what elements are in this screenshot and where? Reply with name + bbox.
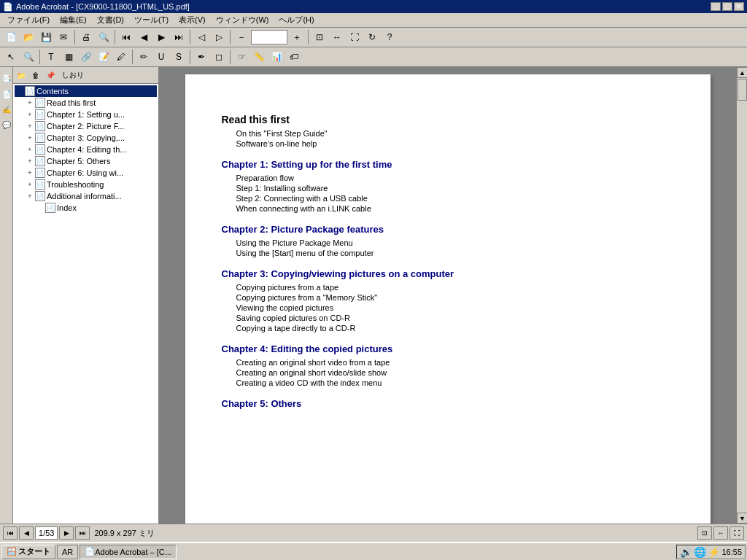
tree-item-ch3[interactable]: + 📄 Chapter 3: Copying,... xyxy=(15,132,157,144)
save-button[interactable]: 💾 xyxy=(38,29,54,45)
next-page-button[interactable]: ▶ xyxy=(153,29,169,45)
toc-item-orig-slideshow[interactable]: Creating an original short video/slide s… xyxy=(222,368,674,378)
menu-edit[interactable]: 編集(E) xyxy=(55,13,91,27)
toc-item-prep-flow[interactable]: Preparation flow xyxy=(222,173,674,183)
prev-page-button[interactable]: ◀ xyxy=(136,29,152,45)
status-btn-6[interactable]: ↔ xyxy=(713,526,728,540)
note-button[interactable]: 📝 xyxy=(96,49,112,65)
touch-button[interactable]: ☞ xyxy=(233,49,249,65)
sidebar-btn-3[interactable]: 📌 xyxy=(44,69,57,82)
draw-button[interactable]: ✒ xyxy=(193,49,209,65)
menu-tools[interactable]: ツール(T) xyxy=(130,13,173,27)
last-page-status-btn[interactable]: ⏭ xyxy=(75,526,90,540)
sidebar-btn-1[interactable]: 📁 xyxy=(15,69,28,82)
status-btn-7[interactable]: ⛶ xyxy=(729,526,744,540)
toc-item-copy-tape[interactable]: Copying pictures from a tape xyxy=(222,282,674,292)
taskbar-item-ar[interactable]: AR xyxy=(57,545,78,559)
help-button[interactable]: ? xyxy=(382,29,398,45)
full-screen-button[interactable]: ⛶ xyxy=(347,29,363,45)
text-select-button[interactable]: T xyxy=(43,49,59,65)
toc-item-start-menu[interactable]: Using the [Start] menu of the computer xyxy=(222,248,674,258)
link-button[interactable]: 🔗 xyxy=(78,49,94,65)
rotate-button[interactable]: ↻ xyxy=(364,29,380,45)
toc-item-view-copied[interactable]: Viewing the copied pictures xyxy=(222,303,674,313)
taskbar-item-acrobat[interactable]: 📄 Adobe Acrobat – [C... xyxy=(80,545,177,559)
underline-button[interactable]: U xyxy=(153,49,169,65)
last-page-button[interactable]: ⏭ xyxy=(171,29,187,45)
first-page-button[interactable]: ⏮ xyxy=(118,29,134,45)
menu-help[interactable]: ヘルプ(H) xyxy=(274,13,318,27)
tree-item-ch4[interactable]: + 📄 Chapter 4: Editing th... xyxy=(15,144,157,155)
menu-bar: ファイル(F) 編集(E) 文書(D) ツール(T) 表示(V) ウィンドウ(W… xyxy=(0,13,747,28)
forward-button[interactable]: ▷ xyxy=(211,29,227,45)
toc-item-first-step[interactable]: On this "First Step Guide" xyxy=(222,128,674,139)
fit-page-button[interactable]: ⊡ xyxy=(311,29,328,45)
toc-item-ilink[interactable]: When connecting with an i.LINK cable xyxy=(222,203,674,214)
tree-item-index[interactable]: 📄 Index xyxy=(15,202,157,214)
scroll-up-button[interactable]: ▲ xyxy=(737,67,747,78)
bookmarks-panel-icon[interactable]: 📑 xyxy=(0,70,12,86)
prev-page-status-btn[interactable]: ◀ xyxy=(19,526,34,540)
toc-item-online-help[interactable]: Software's on-line help xyxy=(222,139,674,149)
column-select-button[interactable]: ▦ xyxy=(61,49,77,65)
strikeout-button[interactable]: S xyxy=(171,49,187,65)
menu-doc[interactable]: 文書(D) xyxy=(93,13,128,27)
tree-item-read-this-first[interactable]: + 📄 Read this first xyxy=(15,97,157,109)
toc-item-orig-video[interactable]: Creating an original short video from a … xyxy=(222,357,674,368)
first-page-status-btn[interactable]: ⏮ xyxy=(3,526,18,540)
next-page-status-btn[interactable]: ▶ xyxy=(59,526,74,540)
pages-panel-icon[interactable]: 📄 xyxy=(1,88,12,101)
toc-item-install-sw[interactable]: Step 1: Installing software xyxy=(222,183,674,193)
zoom-in-button[interactable]: ＋ xyxy=(289,29,305,45)
scroll-track[interactable] xyxy=(737,78,747,513)
menu-window[interactable]: ウィンドウ(W) xyxy=(212,13,274,27)
tag-button[interactable]: 🏷 xyxy=(286,49,302,65)
scroll-thumb[interactable] xyxy=(738,79,747,101)
zoom-input[interactable]: 133% xyxy=(251,30,287,44)
comments-panel-icon[interactable]: 💬 xyxy=(1,118,12,132)
maximize-button[interactable]: □ xyxy=(722,2,732,11)
tree-item-ch1[interactable]: + 📄 Chapter 1: Setting u... xyxy=(15,109,157,120)
sidebar-btn-bookmarks[interactable]: しおり xyxy=(58,69,88,82)
status-btn-5[interactable]: ⊡ xyxy=(697,526,712,540)
measure-button[interactable]: 📏 xyxy=(251,49,267,65)
zoom-out-button[interactable]: － xyxy=(233,29,249,45)
fit-width-button[interactable]: ↔ xyxy=(329,29,345,45)
print-button[interactable]: 🖨 xyxy=(78,29,94,45)
section-chapter5: Chapter 5: Others xyxy=(222,398,674,409)
expand-icon-ch4: + xyxy=(25,146,35,153)
content-area[interactable]: Read this first On this "First Step Guid… xyxy=(159,67,736,524)
highlight-button[interactable]: ✏ xyxy=(136,49,152,65)
tree-item-ch5[interactable]: + 📄 Chapter 5: Others xyxy=(15,155,157,167)
zoom-select-button[interactable]: 🔍 xyxy=(20,49,36,65)
graph-button[interactable]: 📊 xyxy=(268,49,285,65)
toc-item-copy-memory-stick[interactable]: Copying pictures from a "Memory Stick" xyxy=(222,292,674,303)
tree-item-ch2[interactable]: + 📄 Chapter 2: Picture F... xyxy=(15,120,157,132)
sidebar-btn-2[interactable]: 🗑 xyxy=(29,69,42,82)
start-button[interactable]: 🪟 スタート xyxy=(1,545,55,559)
open-button[interactable]: 📂 xyxy=(20,29,36,45)
back-button[interactable]: ◁ xyxy=(193,29,209,45)
search-button[interactable]: 🔍 xyxy=(96,29,112,45)
tree-item-troubleshooting[interactable]: + 📄 Troubleshooting xyxy=(15,179,157,190)
minimize-button[interactable]: _ xyxy=(711,2,721,11)
toc-item-video-cd[interactable]: Creating a video CD with the index menu xyxy=(222,378,674,388)
menu-view[interactable]: 表示(V) xyxy=(174,13,210,27)
toc-item-save-cdr[interactable]: Saving copied pictures on CD-R xyxy=(222,313,674,323)
stamp-button[interactable]: 🖊 xyxy=(113,49,129,65)
new-button[interactable]: 📄 xyxy=(3,29,19,45)
select-button[interactable]: ↖ xyxy=(3,49,19,65)
tree-item-additional[interactable]: + 📄 Additional informati... xyxy=(15,190,157,202)
email-button[interactable]: ✉ xyxy=(55,29,71,45)
signatures-panel-icon[interactable]: ✍ xyxy=(1,103,12,117)
scroll-down-button[interactable]: ▼ xyxy=(737,513,747,524)
menu-file[interactable]: ファイル(F) xyxy=(3,13,54,27)
close-button[interactable]: ✕ xyxy=(734,2,744,11)
page-indicator[interactable]: 1 / 53 xyxy=(35,526,58,540)
toc-item-connecting-usb[interactable]: Step 2: Connecting with a USB cable xyxy=(222,193,674,203)
toc-item-copy-cdr[interactable]: Copying a tape directly to a CD-R xyxy=(222,323,674,333)
erase-button[interactable]: ◻ xyxy=(211,49,227,65)
toc-item-picture-menu[interactable]: Using the Picture Package Menu xyxy=(222,238,674,248)
tree-item-contents[interactable]: 📄 Contents xyxy=(15,85,157,97)
tree-item-ch6[interactable]: + 📄 Chapter 6: Using wi... xyxy=(15,167,157,179)
